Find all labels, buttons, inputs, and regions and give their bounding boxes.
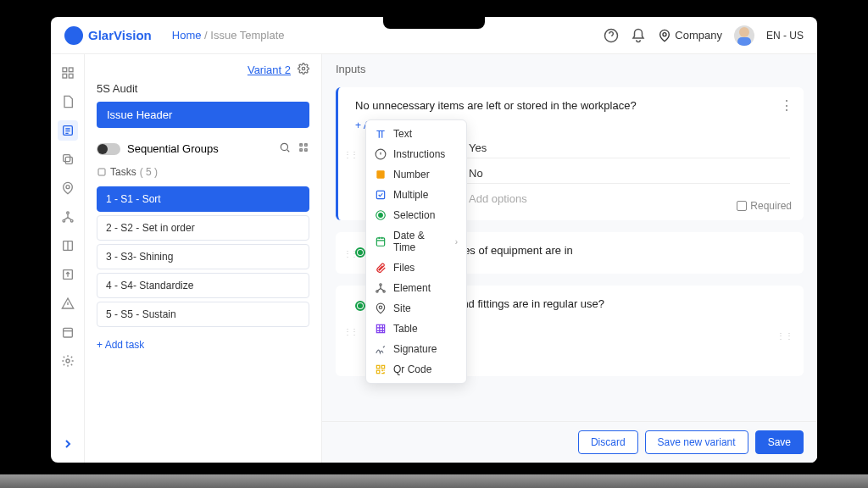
field-type-menu: TextInstructionsNumberMultipleSelectionD… — [365, 119, 467, 384]
nav-calendar-icon[interactable] — [58, 322, 78, 342]
brand-logo[interactable]: GlarVision — [64, 26, 152, 45]
sequential-toggle[interactable] — [97, 143, 120, 155]
svg-rect-23 — [376, 170, 384, 178]
nav-settings-icon[interactable] — [58, 351, 78, 371]
svg-rect-21 — [98, 169, 105, 175]
nav-warning-icon[interactable] — [58, 293, 78, 313]
svg-point-14 — [70, 219, 73, 222]
nav-book-icon[interactable] — [58, 236, 78, 256]
type-menu-item[interactable]: Element — [366, 278, 466, 298]
brand-name: GlarVision — [88, 28, 152, 42]
save-variant-button[interactable]: Save new variant — [645, 430, 748, 454]
add-task-button[interactable]: + Add task — [85, 330, 321, 359]
svg-rect-35 — [376, 370, 380, 374]
left-panel: Variant 2 5S Audit Issue Header Sequenti… — [85, 54, 322, 463]
nav-upload-icon[interactable] — [58, 264, 78, 285]
save-button[interactable]: Save — [755, 430, 804, 454]
nav-hierarchy-icon[interactable] — [58, 207, 78, 227]
type-menu-item[interactable]: Date & Time› — [366, 225, 466, 258]
radio-filled-icon — [355, 301, 365, 311]
nav-location-icon[interactable] — [58, 178, 78, 198]
breadcrumb[interactable]: Home / Issue Template — [172, 29, 285, 42]
nav-document-icon[interactable] — [58, 92, 78, 112]
bell-icon[interactable] — [631, 28, 646, 43]
type-menu-item[interactable]: Signature — [366, 339, 466, 359]
expand-rail-icon[interactable] — [58, 434, 78, 454]
audit-title: 5S Audit — [85, 82, 321, 102]
task-item[interactable]: 5 - S5 - Sustain — [97, 302, 309, 327]
task-item[interactable]: 1 - S1 - Sort — [97, 186, 309, 212]
svg-point-20 — [281, 143, 287, 150]
svg-rect-7 — [69, 74, 73, 78]
svg-rect-10 — [63, 155, 70, 162]
svg-rect-27 — [376, 238, 384, 246]
variant-link[interactable]: Variant 2 — [248, 64, 291, 76]
breadcrumb-home[interactable]: Home — [172, 29, 202, 42]
svg-point-26 — [379, 214, 383, 218]
type-menu-item[interactable]: Number — [366, 164, 466, 185]
type-menu-item[interactable]: Files — [366, 258, 466, 278]
logo-icon — [64, 26, 83, 45]
task-item[interactable]: 2 - S2 - Set in order — [97, 215, 309, 241]
footer-actions: Discard Save new variant Save — [322, 421, 817, 463]
question-card: ⋮⋮ No unnecessary items are left or stor… — [336, 87, 804, 220]
main-area: Inputs ⋮⋮ No unnecessary items are left … — [322, 54, 817, 463]
svg-rect-17 — [63, 328, 72, 337]
question-title: No unnecessary items are left or stored … — [355, 99, 790, 112]
task-item[interactable]: 3 - S3- Shining — [97, 244, 309, 269]
type-menu-item[interactable]: Multiple — [366, 185, 466, 205]
svg-point-31 — [379, 306, 382, 309]
task-item[interactable]: 4 - S4- Standardize — [97, 273, 309, 298]
svg-point-1 — [663, 32, 666, 36]
discard-button[interactable]: Discard — [578, 430, 638, 454]
nav-copy-icon[interactable] — [58, 149, 78, 169]
type-menu-item[interactable]: Text — [366, 124, 466, 144]
more-icon[interactable]: ⋮ — [780, 97, 793, 114]
svg-rect-4 — [63, 68, 67, 72]
help-icon[interactable] — [604, 28, 619, 43]
svg-point-11 — [66, 186, 70, 189]
svg-point-18 — [66, 359, 70, 363]
left-icon-rail — [51, 54, 85, 463]
drag-handle-icon[interactable]: ⋮⋮ — [343, 326, 357, 336]
type-menu-item[interactable]: Instructions — [366, 144, 466, 164]
company-selector[interactable]: Company — [658, 29, 722, 42]
type-menu-item[interactable]: Qr Code — [366, 359, 466, 380]
issue-header-chip[interactable]: Issue Header — [97, 102, 309, 128]
breadcrumb-current: Issue Template — [210, 29, 284, 42]
svg-point-13 — [63, 219, 65, 222]
svg-point-28 — [380, 284, 381, 286]
type-menu-item[interactable]: Selection — [366, 205, 466, 225]
gear-icon[interactable] — [298, 63, 309, 77]
drag-handle-icon[interactable]: ⋮⋮ — [343, 149, 357, 158]
svg-point-12 — [66, 212, 69, 214]
nav-dashboard-icon[interactable] — [58, 63, 78, 83]
radio-filled-icon — [355, 247, 365, 258]
svg-rect-5 — [69, 68, 73, 72]
svg-point-2 — [739, 27, 749, 37]
option-row[interactable]: ⋮⋮No — [450, 164, 790, 184]
drag-handle-icon[interactable]: ⋮⋮ — [776, 331, 793, 341]
inputs-tab[interactable]: Inputs — [322, 54, 817, 80]
search-icon[interactable] — [279, 141, 291, 156]
nav-template-icon[interactable] — [58, 120, 78, 141]
tasks-heading: Tasks ( 5 ) — [85, 161, 321, 183]
svg-rect-32 — [376, 324, 384, 332]
svg-rect-33 — [376, 365, 380, 369]
svg-rect-9 — [65, 157, 72, 164]
filter-icon[interactable] — [298, 141, 309, 156]
svg-rect-24 — [376, 191, 384, 198]
type-menu-item[interactable]: Table — [366, 319, 466, 339]
required-toggle[interactable]: Required — [737, 200, 792, 212]
option-row[interactable]: ⋮⋮Yes — [450, 138, 790, 158]
svg-rect-6 — [63, 74, 67, 78]
svg-rect-34 — [381, 365, 385, 369]
sequential-label: Sequential Groups — [127, 142, 219, 155]
language-selector[interactable]: EN - US — [766, 30, 804, 42]
svg-rect-3 — [737, 37, 751, 46]
sequential-groups-row: Sequential Groups — [85, 136, 321, 161]
svg-point-19 — [302, 67, 305, 70]
type-menu-item[interactable]: Site — [366, 298, 466, 319]
avatar[interactable] — [734, 25, 754, 46]
